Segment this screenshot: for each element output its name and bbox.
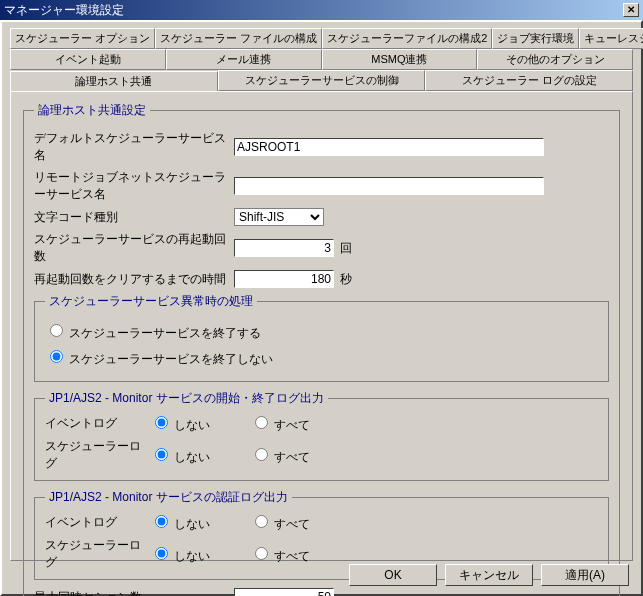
tabs-row-1: スケジューラー オプション スケジューラー ファイルの構成 スケジューラーファイ… [10, 28, 633, 49]
restart-clear-unit: 秒 [340, 271, 352, 288]
tab-mail-link[interactable]: メール連携 [166, 49, 322, 70]
abend-terminate-option[interactable]: スケジューラーサービスを終了する [45, 321, 261, 342]
max-sessions-input[interactable] [234, 588, 334, 596]
tab-scheduler-log-settings[interactable]: スケジューラー ログの設定 [425, 70, 633, 91]
startstop-eventlog-no[interactable]: しない [150, 413, 250, 434]
abend-not-terminate-radio[interactable] [50, 350, 63, 363]
abend-terminate-radio[interactable] [50, 324, 63, 337]
charset-label: 文字コード種別 [34, 209, 234, 226]
group-abend-legend: スケジューラーサービス異常時の処理 [45, 293, 257, 310]
apply-button[interactable]: 適用(A) [541, 564, 629, 586]
tab-queueless-job-env[interactable]: キューレスジョブ実行環境 [579, 28, 643, 49]
restart-count-input[interactable] [234, 239, 334, 257]
tab-scheduler-file-config2[interactable]: スケジューラーファイルの構成2 [322, 28, 492, 49]
close-icon[interactable]: ✕ [623, 3, 639, 17]
auth-schedlog-all[interactable]: すべて [250, 544, 350, 565]
group-legend: 論理ホスト共通設定 [34, 102, 150, 119]
tab-job-exec-env[interactable]: ジョブ実行環境 [492, 28, 579, 49]
group-auth-log-legend: JP1/AJS2 - Monitor サービスの認証ログ出力 [45, 489, 292, 506]
restart-count-unit: 回 [340, 240, 352, 257]
startstop-schedlog-all[interactable]: すべて [250, 445, 350, 466]
charset-select[interactable]: Shift-JIS [234, 208, 324, 226]
restart-clear-input[interactable] [234, 270, 334, 288]
group-abend: スケジューラーサービス異常時の処理 スケジューラーサービスを終了する スケジュー… [34, 293, 609, 382]
cancel-button[interactable]: キャンセル [445, 564, 533, 586]
startstop-schedlog-no[interactable]: しない [150, 445, 250, 466]
auth-eventlog-no[interactable]: しない [150, 512, 250, 533]
tab-scheduler-file-config[interactable]: スケジューラー ファイルの構成 [155, 28, 322, 49]
group-logical-host-common: 論理ホスト共通設定 デフォルトスケジューラーサービス名 リモートジョブネットスケ… [23, 102, 620, 596]
auth-eventlog-all[interactable]: すべて [250, 512, 350, 533]
tab-event-start[interactable]: イベント起動 [10, 49, 166, 70]
tabs-row-2: イベント起動 メール連携 MSMQ連携 その他のオプション [10, 49, 633, 70]
default-service-input[interactable] [234, 138, 544, 156]
window-body: スケジューラー オプション スケジューラー ファイルの構成 スケジューラーファイ… [0, 20, 643, 596]
startstop-schedlog-label: スケジューラーログ [45, 438, 150, 472]
title-bar: マネージャー環境設定 ✕ [0, 0, 643, 20]
restart-clear-label: 再起動回数をクリアするまでの時間 [34, 271, 234, 288]
tabs-row-3: 論理ホスト共通 スケジューラーサービスの制御 スケジューラー ログの設定 [10, 70, 633, 91]
tab-other-options[interactable]: その他のオプション [477, 49, 633, 70]
default-service-label: デフォルトスケジューラーサービス名 [34, 130, 234, 164]
auth-eventlog-label: イベントログ [45, 514, 150, 531]
tab-scheduler-option[interactable]: スケジューラー オプション [10, 28, 155, 49]
max-sessions-label: 最大同時セション数 [34, 589, 234, 597]
startstop-eventlog-label: イベントログ [45, 415, 150, 432]
abend-not-terminate-option[interactable]: スケジューラーサービスを終了しない [45, 347, 273, 368]
group-startstop-log: JP1/AJS2 - Monitor サービスの開始・終了ログ出力 イベントログ… [34, 390, 609, 481]
auth-schedlog-label: スケジューラーログ [45, 537, 150, 571]
tab-msmq-link[interactable]: MSMQ連携 [322, 49, 478, 70]
tab-logical-host-common[interactable]: 論理ホスト共通 [10, 71, 218, 92]
tab-panel: 論理ホスト共通設定 デフォルトスケジューラーサービス名 リモートジョブネットスケ… [10, 91, 633, 561]
ok-button[interactable]: OK [349, 564, 437, 586]
button-bar: OK キャンセル 適用(A) [349, 564, 629, 586]
auth-schedlog-no[interactable]: しない [150, 544, 250, 565]
startstop-eventlog-all[interactable]: すべて [250, 413, 350, 434]
tab-scheduler-service-control[interactable]: スケジューラーサービスの制御 [218, 70, 426, 91]
restart-count-label: スケジューラーサービスの再起動回数 [34, 231, 234, 265]
remote-service-input[interactable] [234, 177, 544, 195]
remote-service-label: リモートジョブネットスケジューラーサービス名 [34, 169, 234, 203]
window-title: マネージャー環境設定 [4, 0, 124, 20]
group-startstop-log-legend: JP1/AJS2 - Monitor サービスの開始・終了ログ出力 [45, 390, 328, 407]
